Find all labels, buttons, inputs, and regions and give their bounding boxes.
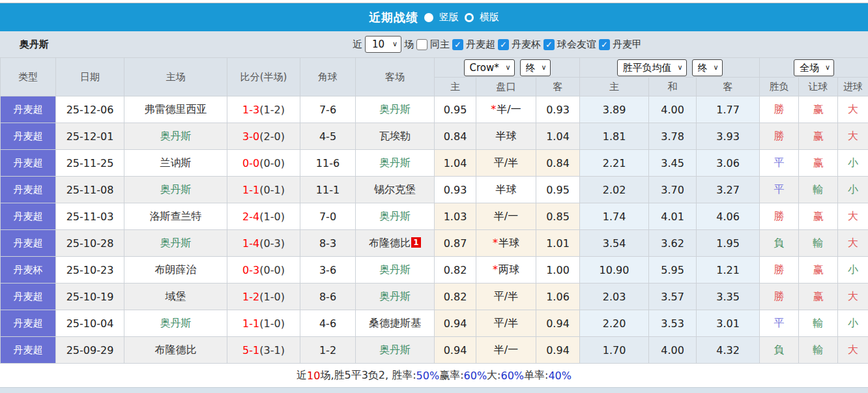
home-team-cell: 奥丹斯 (124, 177, 227, 203)
date-cell: 25-10-28 (56, 230, 124, 257)
score-cell: 1-1(1-0) (227, 310, 300, 337)
result-cell: 平 (760, 177, 799, 203)
away-team-cell: 瓦埃勒 (356, 123, 435, 150)
goals-result-cell: 大 (838, 203, 868, 230)
odds-away-cell: 0.94 (536, 310, 580, 337)
handicap-result-cell: 輸 (799, 177, 838, 203)
handicap-cell: 半球 (476, 123, 536, 150)
avg-group-header: 胜平负均值∨终∨ (580, 58, 760, 78)
scope-select[interactable]: 全场 (794, 59, 834, 76)
home-team-cell: 洛斯查兰特 (124, 203, 227, 230)
checkbox-league-3[interactable]: ✓ (599, 39, 610, 50)
league-cell: 丹麦超 (1, 337, 56, 364)
odds-away-cell: 0.85 (536, 203, 580, 230)
date-cell: 25-11-08 (56, 177, 124, 203)
avg-away-cell: 4.06 (697, 203, 760, 230)
away-team-cell: 锡尔克堡 (356, 177, 435, 203)
date-cell: 25-09-29 (56, 337, 124, 364)
summary-segment: 单率: (524, 369, 548, 383)
handicap-result-cell: 赢 (799, 284, 838, 310)
checkbox-league-1[interactable]: ✓ (498, 39, 509, 50)
radio-vertical-label[interactable]: 竖版 (439, 11, 459, 23)
away-team-cell: 奥丹斯 (356, 203, 435, 230)
handicap-result-cell: 赢 (799, 150, 838, 177)
odds-away-cell: 0.94 (536, 337, 580, 364)
league-cell: 丹麦杯 (1, 257, 56, 284)
score-cell: 1-3(1-2) (227, 96, 300, 123)
avg-select[interactable]: 胜平负均值 (617, 59, 687, 76)
handicap-cell: *两球 (476, 257, 536, 284)
avg-draw-cell: 4.00 (649, 96, 697, 123)
avg-home-cell: 1.81 (580, 123, 649, 150)
odds-home-cell: 0.94 (435, 337, 476, 364)
result-cell: 勝 (760, 284, 799, 310)
avg-home-cell: 2.21 (580, 150, 649, 177)
away-team-cell: 奥丹斯 (356, 257, 435, 284)
same-home-label[interactable]: 同主 (430, 38, 450, 51)
games-label: 场 (404, 38, 414, 51)
scope-group-header: 全场∨ (760, 58, 868, 78)
result-cell: 負 (760, 337, 799, 364)
away-team-cell: 奥丹斯 (356, 96, 435, 123)
summary-segment: 60% (500, 370, 524, 382)
handicap-cell: 平/半 (476, 150, 536, 177)
avg-home-cell: 1.70 (580, 337, 649, 364)
result-cell: 平 (760, 310, 799, 337)
league-label-0[interactable]: 丹麦超 (466, 38, 495, 51)
result-cell: 平 (760, 150, 799, 177)
handicap-cell: 半球 (476, 177, 536, 203)
league-label-3[interactable]: 丹麦甲 (613, 38, 642, 51)
checkbox-league-0[interactable]: ✓ (452, 39, 463, 50)
sub-header-goals: 进球 (838, 78, 868, 96)
league-cell: 丹麦超 (1, 177, 56, 203)
corners-cell: 7-0 (300, 203, 356, 230)
summary-line: 近10场,胜5平3负2, 胜率:50% 赢率:60% 大:60% 单率:40% (0, 364, 868, 387)
corners-cell: 7-6 (300, 96, 356, 123)
league-label-2[interactable]: 球会友谊 (557, 38, 596, 51)
odds-group-header: Crow*∨终∨ (435, 58, 580, 78)
date-cell: 25-11-25 (56, 150, 124, 177)
avg-period-select[interactable]: 终 (692, 59, 723, 76)
avg-draw-cell: 4.01 (649, 203, 697, 230)
result-cell: 勝 (760, 123, 799, 150)
handicap-cell: 半/一 (476, 337, 536, 364)
odds-home-cell: 0.95 (435, 96, 476, 123)
result-cell: 勝 (760, 203, 799, 230)
score-cell: 0-3(0-0) (227, 257, 300, 284)
avg-draw-cell: 5.95 (649, 257, 697, 284)
score-cell: 1-4(0-3) (227, 230, 300, 257)
radio-horizontal-label[interactable]: 横版 (480, 11, 499, 23)
checkbox-league-2[interactable]: ✓ (543, 39, 555, 50)
goals-result-cell: 小 (838, 177, 868, 203)
league-cell: 丹麦超 (1, 203, 56, 230)
radio-horizontal-layout[interactable] (465, 13, 474, 22)
table-row: 丹麦超25-12-06弗雷德里西亚1-3(1-2)7-6奥丹斯0.95*半/一0… (1, 96, 868, 123)
handicap-result-cell: 輸 (799, 230, 838, 257)
summary-segment: 40% (548, 370, 571, 382)
goals-result-cell: 大 (838, 96, 868, 123)
avg-home-cell: 1.74 (580, 203, 649, 230)
goals-result-cell: 大 (838, 337, 868, 364)
corners-cell: 11-1 (300, 177, 356, 203)
corners-cell: 4-5 (300, 123, 356, 150)
handicap-result-cell: 輸 (799, 310, 838, 337)
avg-home-cell: 3.89 (580, 96, 649, 123)
checkbox-same-home[interactable] (416, 39, 427, 50)
results-table: 类型 日期 主场 比分(半场) 角球 客场 Crow*∨终∨ 胜平负均值∨终∨ … (0, 57, 868, 364)
company-select[interactable]: Crow* (464, 59, 515, 76)
result-cell: 勝 (760, 96, 799, 123)
result-cell: 負 (760, 230, 799, 257)
table-row: 丹麦超25-12-01奥丹斯3-0(2-0)4-5瓦埃勒0.84半球1.041.… (1, 123, 868, 150)
table-row: 丹麦超25-10-28奥丹斯1-4(0-3)8-3布隆德比10.87*半球1.0… (1, 230, 868, 257)
league-label-1[interactable]: 丹麦杯 (512, 38, 541, 51)
radio-vertical-layout[interactable] (424, 13, 433, 22)
col-header-away: 客场 (356, 58, 435, 96)
home-team-cell: 奥丹斯 (124, 310, 227, 337)
company-period-select[interactable]: 终 (520, 59, 551, 76)
recent-count-select[interactable]: 10 (365, 36, 401, 53)
date-cell: 25-10-19 (56, 284, 124, 310)
away-badge: 1 (411, 237, 421, 248)
date-cell: 25-11-03 (56, 203, 124, 230)
avg-draw-cell: 4.00 (649, 337, 697, 364)
odds-home-cell: 0.87 (435, 230, 476, 257)
